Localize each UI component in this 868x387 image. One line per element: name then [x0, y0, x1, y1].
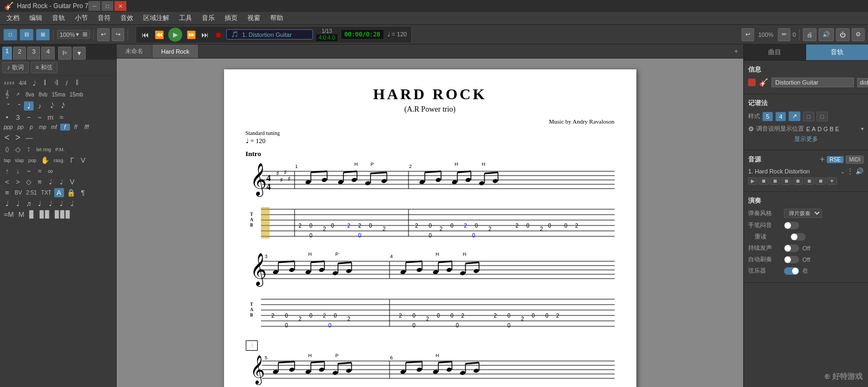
15mb-btn[interactable]: 15mb [68, 91, 85, 98]
note-btn[interactable]: ♩ [29, 79, 39, 88]
v-btn[interactable]: V [67, 177, 77, 186]
bv-btn[interactable]: BV [13, 189, 23, 196]
menu-music[interactable]: 音乐 [197, 12, 219, 24]
settings-button[interactable]: ⚙ [852, 28, 865, 41]
edit-pencil-button[interactable]: ✏ [778, 28, 790, 41]
audio-output-button[interactable]: 🔊 [819, 28, 834, 41]
vibrato-btn[interactable]: ~ [24, 166, 34, 176]
acciaccatura-btn[interactable]: ♩̃ [24, 146, 34, 153]
tuning-dropdown-icon[interactable]: ▾ [861, 126, 864, 132]
notation-style-5-btn[interactable]: 5 [762, 112, 773, 121]
note3-btn[interactable]: ♩ [56, 177, 66, 186]
bar2-btn[interactable]: ▊▊ [38, 210, 52, 219]
angle-left-btn[interactable]: < [2, 177, 12, 186]
track-short-input[interactable] [857, 78, 868, 87]
transport-rewind[interactable]: ⏪ [154, 30, 165, 39]
lines-btn[interactable]: ≡ [35, 177, 44, 186]
menu-track[interactable]: 音轨 [48, 12, 69, 24]
fingering-toggle[interactable] [784, 222, 799, 229]
tab-track[interactable]: 音轨 [806, 44, 869, 60]
view-btn-2[interactable]: ⊟ [20, 29, 34, 41]
add-sound-button[interactable]: + [820, 154, 825, 164]
transport-rewind-start[interactable]: ⏮ [141, 30, 150, 39]
pp-btn[interactable]: pp [16, 124, 25, 131]
sound-ctrl-2[interactable]: ⏹ [770, 177, 780, 185]
menu-file[interactable]: 文档 [2, 12, 24, 24]
bar1-btn[interactable]: ▊ [27, 210, 37, 219]
menu-effects[interactable]: 音效 [116, 12, 138, 24]
note5-btn[interactable]: ♩ [13, 199, 23, 208]
zoom-control[interactable]: 100% ▾ ⊞ [57, 30, 90, 39]
harmonic-btn[interactable]: () [2, 146, 12, 153]
mf-btn[interactable]: mf [49, 124, 59, 131]
bend-btn[interactable]: ↑ [2, 166, 12, 176]
tap-btn[interactable]: tap [2, 157, 12, 164]
chord2-btn[interactable]: ♩ [46, 199, 55, 208]
strings-toggle[interactable] [784, 267, 799, 275]
time-sig-btn[interactable]: 4/4 [17, 80, 28, 87]
track-name-input[interactable] [771, 78, 854, 87]
note2-btn[interactable]: ♩ [46, 177, 55, 186]
p-btn[interactable]: p [27, 124, 36, 131]
legato-toggle[interactable] [790, 233, 806, 241]
track-tab-2[interactable]: 2 [13, 47, 26, 60]
notation-style-sq2-btn[interactable]: □ [816, 112, 828, 121]
ghost-note-btn[interactable]: ◇ [13, 145, 23, 154]
lines2-btn[interactable]: ≡ [2, 188, 12, 197]
down-stroke-btn[interactable]: V [78, 156, 88, 165]
let-ring-btn[interactable]: let ring [35, 146, 53, 153]
print-button[interactable]: 🖨 [803, 28, 816, 41]
strumming-select[interactable]: 弹片拨奏 [784, 209, 822, 218]
up-stroke-btn[interactable]: Γ [67, 156, 77, 165]
unnamed-tab[interactable]: 未命名 [117, 44, 152, 58]
sound-chevron-icon[interactable]: ⌄ [840, 169, 845, 175]
chord4-btn[interactable]: ♩ [67, 199, 77, 208]
mp-btn[interactable]: mp [37, 124, 48, 131]
triplet-btn[interactable]: 3 [13, 113, 23, 122]
angle-right-btn[interactable]: > [13, 177, 23, 186]
transport-forward-end[interactable]: ⏭ [200, 30, 210, 39]
whammy-btn[interactable]: ≈ [35, 166, 44, 176]
key-sig-btn[interactable]: ♯♯♯♯ [2, 80, 16, 87]
chord3-btn[interactable]: ♩ [56, 199, 66, 208]
whole-rest-btn[interactable]: 𝄻 [2, 101, 12, 111]
decrescendo-btn[interactable]: > [13, 132, 23, 143]
diamond-btn[interactable]: ◇ [24, 177, 34, 186]
half-rest-btn[interactable]: 𝄼 [13, 101, 23, 111]
slide-btn[interactable]: ↓ [13, 166, 23, 176]
notation-style-slash-btn[interactable]: ↗ [788, 111, 801, 121]
clef-btn[interactable]: 𝄞 [2, 89, 12, 99]
hand-btn[interactable]: ✋ [39, 156, 51, 165]
pop-btn[interactable]: pop [27, 157, 38, 164]
line-btn[interactable]: — [24, 133, 34, 143]
sixteenth-btn[interactable]: 𝅘𝅥𝅮 [46, 101, 55, 111]
slash-btn[interactable]: / [62, 79, 72, 88]
tuning-gear-icon[interactable]: ⚙ [748, 125, 754, 133]
dot-btn[interactable]: • [2, 113, 12, 122]
transport-record[interactable]: ⏺ [213, 30, 223, 39]
score-area[interactable]: HARD ROCK (A.R Power trio) Music by Andr… [117, 59, 743, 387]
menu-help[interactable]: 帮助 [266, 12, 288, 24]
notes-group-btn[interactable]: ♬ [24, 199, 34, 208]
volume-button[interactable]: ⏻ [836, 28, 850, 41]
quarter-btn[interactable]: ♩ [24, 101, 34, 111]
mordent-btn[interactable]: m [46, 113, 55, 122]
track-color-box[interactable] [748, 79, 756, 86]
track-down-btn[interactable]: ▼ [73, 47, 86, 60]
trill-btn[interactable]: ≈ [56, 113, 66, 122]
transport-play[interactable]: ▶ [168, 28, 182, 42]
midi-label[interactable]: MIDI [846, 156, 864, 164]
minimize-button[interactable]: ─ [88, 1, 100, 11]
transport-forward[interactable]: ⏩ [186, 30, 197, 39]
sound-ctrl-down[interactable]: ▼ [827, 177, 837, 185]
undo-button[interactable]: ↩ [97, 28, 110, 41]
view-btn-3[interactable]: ⊞ [36, 29, 50, 41]
crescendo-btn[interactable]: < [2, 132, 12, 143]
ppp-btn[interactable]: ppp [2, 124, 15, 131]
harmony-button[interactable]: ≡ 和弦 [31, 62, 58, 73]
tab-song[interactable]: 曲目 [744, 44, 806, 60]
menu-annotation[interactable]: 区域注解 [139, 12, 174, 24]
eq-m-btn[interactable]: =M [2, 210, 15, 219]
sound-volume-icon[interactable]: 🔊 [856, 167, 864, 175]
txt-btn[interactable]: TXT [40, 189, 53, 196]
